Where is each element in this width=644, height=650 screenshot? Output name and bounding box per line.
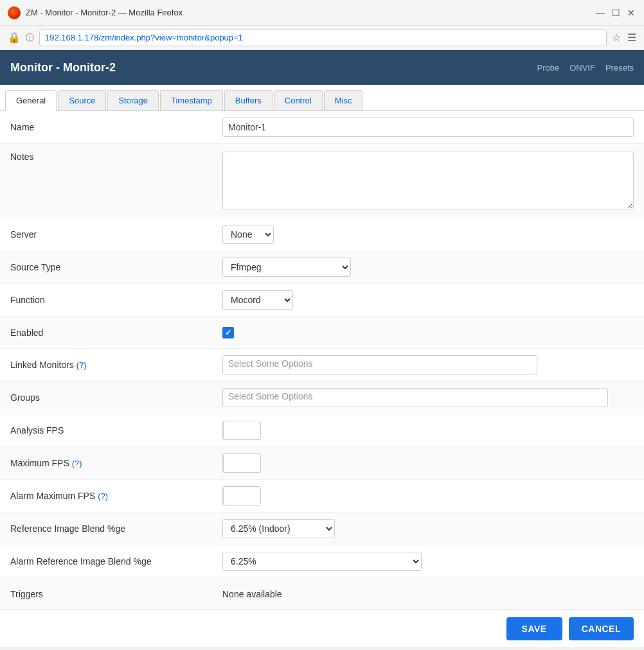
maximum-fps-row: Maximum FPS (?) ▲ ▼ (0, 447, 644, 480)
maximum-fps-input[interactable] (223, 453, 261, 473)
triggers-row: Triggers None available (0, 578, 644, 610)
server-row: Server None (0, 218, 644, 251)
alarm-maximum-fps-label: Alarm Maximum FPS (?) (10, 491, 222, 501)
function-select[interactable]: None Monitor Modect Record Mocord Nodect (222, 290, 293, 310)
tab-misc[interactable]: Misc (324, 90, 363, 110)
name-control-wrap (222, 118, 634, 137)
notes-label: Notes (10, 152, 222, 162)
name-label: Name (10, 122, 222, 132)
firefox-icon (8, 6, 21, 19)
info-icon: ⓘ (26, 32, 34, 44)
footer: SAVE CANCEL (0, 610, 644, 647)
groups-control-wrap: Select Some Options (222, 388, 634, 407)
alarm-maximum-fps-input[interactable] (223, 486, 261, 505)
analysis-fps-row: Analysis FPS ▲ ▼ (0, 414, 644, 447)
alarm-maximum-fps-spinner: ▲ ▼ (222, 486, 261, 505)
analysis-fps-input[interactable] (223, 421, 261, 440)
content-area: Name Notes Server None Source Type Ffmpe… (0, 111, 644, 610)
reference-blend-label: Reference Image Blend %ge (10, 523, 222, 534)
bookmark-icon[interactable]: ☆ (612, 31, 621, 44)
url-text: 192.168.1.178/zm/index.php?view=monitor&… (45, 33, 243, 42)
minimize-button[interactable]: — (595, 8, 605, 18)
groups-label: Groups (10, 392, 222, 403)
maximum-fps-control-wrap: ▲ ▼ (222, 453, 634, 473)
alarm-reference-blend-select[interactable]: 6.25% 12.5% 25% 50% (222, 552, 422, 571)
server-control-wrap: None (222, 225, 634, 244)
tab-storage[interactable]: Storage (107, 90, 159, 110)
server-label: Server (10, 229, 222, 240)
address-bar[interactable]: 192.168.1.178/zm/index.php?view=monitor&… (39, 30, 607, 46)
app-title: Monitor - Monitor-2 (10, 61, 116, 75)
security-icon: 🔒 (8, 31, 21, 44)
reference-blend-row: Reference Image Blend %ge 6.25% (Indoor)… (0, 513, 644, 545)
triggers-value: None available (222, 589, 282, 599)
function-label: Function (10, 295, 222, 305)
triggers-label: Triggers (10, 589, 222, 599)
close-button[interactable]: ✕ (626, 8, 636, 18)
name-row: Name (0, 111, 644, 144)
browser-title: ZM - Monitor - Monitor-2 — Mozilla Firef… (26, 8, 590, 17)
tab-buffers[interactable]: Buffers (224, 90, 273, 110)
notes-textarea[interactable] (222, 152, 634, 209)
function-row: Function None Monitor Modect Record Moco… (0, 284, 644, 317)
enabled-control-wrap (222, 327, 634, 338)
enabled-row: Enabled (0, 317, 644, 349)
tab-timestamp[interactable]: Timestamp (160, 90, 223, 110)
groups-row: Groups Select Some Options (0, 382, 644, 414)
source-type-control-wrap: Ffmpeg LibVLC cURL RTSP File (222, 258, 634, 277)
app-header: Monitor - Monitor-2 Probe ONVIF Presets (0, 50, 644, 85)
server-select[interactable]: None (222, 225, 274, 244)
cancel-button[interactable]: CANCEL (569, 617, 634, 640)
maximum-fps-label: Maximum FPS (?) (10, 458, 222, 468)
alarm-maximum-fps-control-wrap: ▲ ▼ (222, 486, 634, 505)
menu-icon[interactable]: ☰ (627, 31, 636, 44)
alarm-reference-blend-control-wrap: 6.25% 12.5% 25% 50% (222, 552, 634, 571)
browser-titlebar: ZM - Monitor - Monitor-2 — Mozilla Firef… (0, 0, 644, 26)
app-header-links: Probe ONVIF Presets (537, 63, 634, 73)
presets-link[interactable]: Presets (605, 63, 634, 73)
linked-monitors-input[interactable]: Select Some Options (222, 355, 537, 374)
probe-link[interactable]: Probe (537, 63, 559, 73)
name-input[interactable] (222, 118, 634, 137)
linked-monitors-help[interactable]: (?) (76, 360, 87, 370)
source-type-row: Source Type Ffmpeg LibVLC cURL RTSP File (0, 251, 644, 284)
notes-row: Notes (0, 144, 644, 218)
analysis-fps-spinner: ▲ ▼ (222, 421, 261, 440)
analysis-fps-control-wrap: ▲ ▼ (222, 421, 634, 440)
reference-blend-select[interactable]: 6.25% (Indoor) 12.5% 25% 50% (222, 519, 335, 538)
browser-controls: — ☐ ✕ (595, 8, 636, 18)
source-type-label: Source Type (10, 262, 222, 272)
notes-control-wrap (222, 152, 634, 211)
enabled-checkbox[interactable] (222, 327, 234, 338)
tabs-bar: General Source Storage Timestamp Buffers… (0, 85, 644, 111)
alarm-maximum-fps-row: Alarm Maximum FPS (?) ▲ ▼ (0, 480, 644, 513)
alarm-reference-blend-row: Alarm Reference Image Blend %ge 6.25% 12… (0, 545, 644, 578)
save-button[interactable]: SAVE (506, 617, 562, 640)
maximum-fps-spinner: ▲ ▼ (222, 453, 261, 473)
alarm-reference-blend-label: Alarm Reference Image Blend %ge (10, 556, 222, 567)
groups-input[interactable]: Select Some Options (222, 388, 608, 407)
maximum-fps-help[interactable]: (?) (72, 459, 82, 468)
source-type-select[interactable]: Ffmpeg LibVLC cURL RTSP File (222, 258, 351, 277)
tab-control[interactable]: Control (274, 90, 323, 110)
linked-monitors-control-wrap: Select Some Options (222, 355, 634, 374)
browser-toolbar: 🔒 ⓘ 192.168.1.178/zm/index.php?view=moni… (0, 26, 644, 50)
analysis-fps-label: Analysis FPS (10, 425, 222, 435)
enabled-label: Enabled (10, 328, 222, 338)
triggers-control-wrap: None available (222, 589, 634, 599)
reference-blend-control-wrap: 6.25% (Indoor) 12.5% 25% 50% (222, 519, 634, 538)
toolbar-right: ☆ ☰ (612, 31, 636, 44)
function-control-wrap: None Monitor Modect Record Mocord Nodect (222, 290, 634, 310)
onvif-link[interactable]: ONVIF (569, 63, 595, 73)
linked-monitors-label: Linked Monitors (?) (10, 360, 222, 370)
tab-general[interactable]: General (5, 90, 57, 111)
maximize-button[interactable]: ☐ (611, 8, 621, 18)
linked-monitors-row: Linked Monitors (?) Select Some Options (0, 349, 644, 382)
alarm-maximum-fps-help[interactable]: (?) (98, 491, 108, 501)
tab-source[interactable]: Source (58, 90, 106, 110)
